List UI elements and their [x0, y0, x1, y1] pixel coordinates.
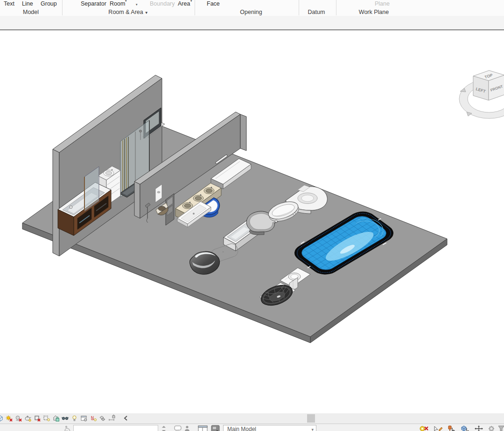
tool-separator[interactable]: Separator — [81, 0, 106, 7]
tool-line[interactable]: Line — [22, 0, 33, 7]
drawing-area[interactable]: TOP LEFT FRONT — [0, 30, 504, 413]
chevron-down-icon[interactable]: ▾ — [125, 0, 127, 3]
horizontal-scrollbar-thumb[interactable] — [307, 414, 315, 423]
status-bar: Main Model ▾ — [0, 424, 504, 431]
panel-divider — [62, 0, 63, 15]
status-field[interactable] — [73, 425, 158, 431]
panel-divider — [195, 0, 195, 15]
panel-room-area-label: Room & Area — [108, 9, 143, 15]
reveal-hidden-icon[interactable] — [70, 414, 78, 422]
arrow-pencil-icon[interactable] — [433, 425, 443, 431]
tool-text[interactable]: Text — [4, 0, 14, 7]
collapse-chevron-icon[interactable] — [122, 414, 130, 422]
panel-opening: Opening — [240, 9, 262, 15]
panel-room-area[interactable]: Room & Area▼ — [108, 9, 148, 15]
panel-divider — [299, 0, 299, 15]
shadows-off-icon[interactable] — [14, 414, 22, 422]
temporary-hide-isolate-icon[interactable] — [61, 414, 69, 422]
chevron-down-icon: ▾ — [311, 426, 314, 431]
options-bar — [0, 16, 504, 30]
tool-group[interactable]: Group — [41, 0, 57, 7]
exclude-options-icon[interactable] — [419, 425, 429, 431]
crop-region-icon[interactable] — [42, 414, 50, 422]
design-options-icon[interactable] — [211, 425, 220, 431]
pin-cursor-icon[interactable] — [446, 425, 456, 431]
panel-work-plane: Work Plane — [359, 9, 389, 15]
visual-style-icon[interactable] — [0, 414, 4, 422]
temporary-view-properties-icon[interactable] — [80, 414, 88, 422]
window-icon[interactable] — [198, 425, 208, 431]
panel-model: Model — [23, 9, 39, 15]
chevron-down-icon[interactable]: ▾ — [136, 3, 138, 7]
tool-area[interactable]: Area — [178, 0, 190, 7]
displacement-sets-icon[interactable] — [98, 414, 106, 422]
chevron-down-icon[interactable]: ▾ — [190, 0, 192, 3]
ribbon: Text Line Group Separator Room ▾ ▾ Bound… — [0, 0, 504, 16]
analytical-model-icon[interactable] — [89, 414, 97, 422]
tool-boundary: Boundary — [150, 0, 175, 7]
sun-path-off-icon[interactable] — [5, 414, 13, 422]
tool-face[interactable]: Face — [207, 0, 220, 7]
panel-datum: Datum — [308, 9, 325, 15]
speech-bubble-icon[interactable] — [174, 425, 182, 431]
move-arrows-icon[interactable] — [474, 425, 483, 431]
chevron-down-icon: ▼ — [145, 11, 148, 15]
crop-view-icon[interactable] — [33, 414, 41, 422]
tool-room[interactable]: Room — [110, 0, 125, 7]
reveal-constraints-icon[interactable] — [108, 414, 116, 422]
viewcube[interactable]: TOP LEFT FRONT — [459, 70, 504, 118]
cube-cursor-icon[interactable] — [460, 425, 470, 431]
view-control-bar — [0, 413, 504, 424]
spin-arrows-icon[interactable] — [161, 425, 167, 431]
funnel-icon[interactable] — [497, 425, 504, 431]
person-icon[interactable] — [184, 425, 190, 431]
panel-divider — [336, 0, 336, 15]
gear-icon[interactable] — [487, 425, 496, 431]
tool-ref-plane: Plane — [375, 0, 390, 7]
design-option-select[interactable]: Main Model ▾ — [223, 425, 316, 431]
rendering-dialog-icon[interactable] — [24, 414, 32, 422]
worker-icon — [63, 425, 72, 431]
locked-view-icon[interactable] — [52, 414, 60, 422]
design-option-value: Main Model — [227, 426, 256, 431]
